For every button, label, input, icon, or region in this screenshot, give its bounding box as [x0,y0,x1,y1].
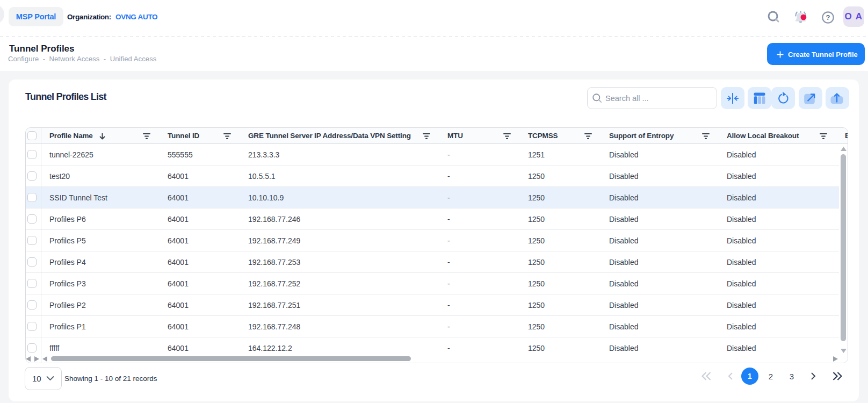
svg-text:?: ? [826,13,830,21]
